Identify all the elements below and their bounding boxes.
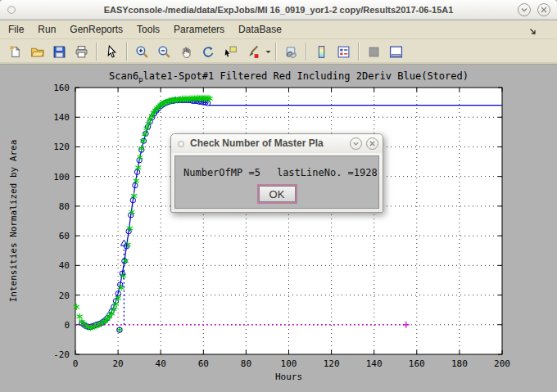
toolbar-separator [126,43,128,61]
svg-text:Intensities Normalized by Area: Intensities Normalized by Area [8,140,19,303]
dialog-shade-button[interactable] [350,137,362,150]
app-window: EASYconsole-/media/data/ExpJobs/MI 16_09… [0,0,557,392]
svg-text:140: 140 [53,112,70,123]
chevron-down-icon [352,140,360,147]
plot-area[interactable]: 020406080100120140160180200-200204060801… [0,65,557,392]
dialog-close-button[interactable] [366,137,378,150]
svg-text:Scan6plate1-Spot#1 Filtered Re: Scan6plate1-Spot#1 Filtered Red Includin… [109,70,469,83]
svg-text:120: 120 [53,142,70,152]
dialog-message: NumberOfMP =5 lastLineNo. =1928 [175,156,378,178]
svg-text:60: 60 [59,231,70,241]
svg-text:Hours: Hours [275,372,302,382]
svg-text:100: 100 [53,172,70,182]
menu-run[interactable]: Run [38,24,56,35]
svg-text:20: 20 [59,291,70,301]
menu-parameters[interactable]: Parameters [174,24,224,35]
svg-text:20: 20 [112,358,123,369]
link-plots-icon[interactable] [280,42,302,62]
svg-text:60: 60 [198,358,209,369]
data-cursor-icon[interactable] [220,42,242,62]
svg-text:0: 0 [64,320,70,331]
last-line-no-value: lastLineNo. =1928 [277,167,378,178]
svg-text:120: 120 [324,358,340,369]
figure-canvas: 020406080100120140160180200-200204060801… [0,65,557,392]
toolbar-separator [306,43,307,61]
svg-text:-20: -20 [53,349,70,360]
menu-file[interactable]: File [8,24,24,35]
check-number-dialog: Check Number of Master Pla [170,133,383,213]
shade-window-button[interactable] [518,3,531,16]
dialog-titlebar[interactable]: Check Number of Master Pla [171,134,383,153]
menubar: File Run GenReports Tools Parameters Dat… [0,20,557,39]
menu-tools[interactable]: Tools [137,24,160,35]
pointer-icon[interactable] [101,42,123,62]
toolbar-separator [358,43,360,61]
svg-text:100: 100 [281,358,297,369]
brush-icon[interactable] [242,42,264,62]
svg-text:180: 180 [451,358,468,369]
toolbar [0,39,557,65]
colorbar-icon[interactable] [310,42,333,62]
svg-text:160: 160 [53,83,70,93]
svg-text:80: 80 [241,358,251,369]
svg-text:200: 200 [494,358,510,369]
open-folder-icon[interactable] [26,42,48,62]
close-icon [540,6,548,14]
print-icon[interactable] [70,42,93,62]
pan-icon[interactable] [175,42,197,62]
window-titlebar[interactable]: EASYconsole-/media/data/ExpJobs/MI 16_09… [0,0,557,20]
number-of-mp-value: NumberOfMP =5 [183,167,260,178]
svg-text:40: 40 [156,358,166,369]
dialog-title: Check Number of Master Pla [171,134,342,153]
menu-database[interactable]: DataBase [238,24,282,35]
ok-button[interactable]: OK [259,186,296,202]
close-window-button[interactable] [537,3,550,16]
svg-text:40: 40 [59,260,70,271]
plot-window-icon[interactable] [385,42,407,62]
new-document-icon[interactable] [4,42,26,62]
chevron-down-icon [520,6,528,14]
close-icon [369,140,376,147]
menu-genreports[interactable]: GenReports [70,24,123,35]
toolbar-separator [96,43,97,61]
dialog-body: NumberOfMP =5 lastLineNo. =1928 OK [174,155,379,209]
save-icon[interactable] [48,42,70,62]
zoom-out-icon[interactable] [153,42,175,62]
filled-square-icon[interactable] [363,42,385,62]
zoom-in-icon[interactable] [131,42,153,62]
dialog-menu-icon[interactable] [178,141,184,147]
svg-text:80: 80 [59,201,70,212]
brush-dropdown-arrow-icon[interactable] [264,50,272,54]
rotate-3d-icon[interactable] [197,42,220,62]
toolbar-separator [275,43,277,61]
menu-overflow-arrow-icon[interactable] [529,26,537,38]
svg-text:160: 160 [409,358,425,369]
window-menu-icon[interactable] [7,6,16,14]
window-title: EASYconsole-/media/data/ExpJobs/MI 16_09… [0,0,557,20]
legend-icon[interactable] [333,42,355,62]
svg-text:140: 140 [366,358,383,369]
svg-text:0: 0 [73,358,79,369]
